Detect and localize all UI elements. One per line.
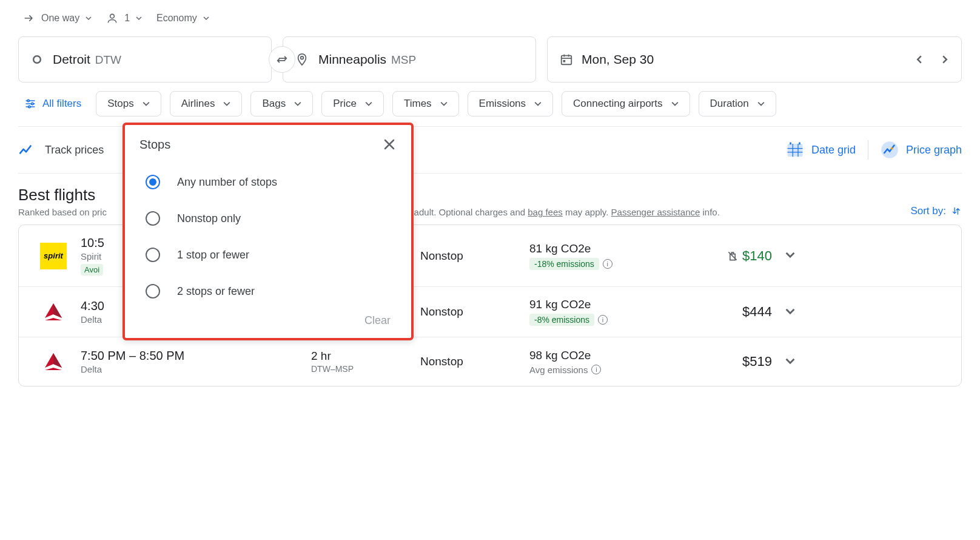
date-grid-label: Date grid xyxy=(811,144,856,157)
flight-duration: 2 hr xyxy=(311,349,420,363)
destination-input[interactable]: Minneapolis MSP xyxy=(283,36,536,83)
chevron-down-icon[interactable] xyxy=(785,356,795,366)
chevron-down-icon xyxy=(86,15,92,21)
flight-stops: Nonstop xyxy=(420,355,529,368)
price: $519 xyxy=(742,354,772,369)
svg-point-7 xyxy=(29,106,30,107)
emissions-badge: -8% emissions xyxy=(529,314,594,326)
flight-stops: Nonstop xyxy=(420,249,529,263)
graph-icon xyxy=(881,141,899,159)
trip-type-selector[interactable]: One way xyxy=(23,12,92,24)
pin-icon xyxy=(295,53,309,66)
svg-point-1 xyxy=(33,56,41,63)
filter-chip-airlines[interactable]: Airlines xyxy=(170,91,243,116)
stops-option-2[interactable]: 1 stop or fewer xyxy=(139,237,397,273)
chevron-down-icon xyxy=(294,100,301,107)
stops-popup-title: Stops xyxy=(139,138,170,152)
svg-point-9 xyxy=(881,141,898,158)
avoids-tag: Avoi xyxy=(81,264,103,275)
flight-route: DTW–MSP xyxy=(311,364,420,374)
sort-by-button[interactable]: Sort by: xyxy=(910,205,962,217)
airline-name: Delta xyxy=(81,364,311,374)
stops-filter-popup: Stops Any number of stopsNonstop only1 s… xyxy=(122,123,414,340)
svg-point-10 xyxy=(891,147,893,150)
flight-stops: Nonstop xyxy=(420,305,529,319)
filter-chip-price[interactable]: Price xyxy=(321,91,384,116)
radio-icon xyxy=(146,284,160,299)
chevron-down-icon xyxy=(757,100,765,107)
trip-type-label: One way xyxy=(41,13,79,24)
delta-logo xyxy=(40,348,67,375)
emissions-badge: -18% emissions xyxy=(529,258,599,270)
calendar-icon xyxy=(560,53,573,66)
flight-row[interactable]: 7:50 PM – 8:50 PM Delta 2 hr DTW–MSP Non… xyxy=(19,337,961,386)
svg-rect-8 xyxy=(787,144,802,157)
swap-icon xyxy=(275,53,289,66)
chevron-down-icon xyxy=(223,100,230,107)
price-graph-button[interactable]: Price graph xyxy=(881,141,962,159)
filter-chip-stops[interactable]: Stops xyxy=(96,91,161,116)
filter-chip-emissions[interactable]: Emissions xyxy=(468,91,553,116)
date-input[interactable]: Mon, Sep 30 xyxy=(547,36,962,83)
chevron-down-icon xyxy=(136,15,142,21)
swap-button[interactable] xyxy=(269,46,295,73)
svg-rect-4 xyxy=(563,60,566,62)
destination-code: MSP xyxy=(391,53,416,66)
date-grid-button[interactable]: Date grid xyxy=(786,141,856,159)
divider xyxy=(868,140,868,160)
delta-logo xyxy=(40,299,67,325)
filter-chip-times[interactable]: Times xyxy=(392,91,459,116)
price-graph-label: Price graph xyxy=(906,144,962,157)
passenger-selector[interactable]: 1 xyxy=(106,12,142,24)
clear-button[interactable]: Clear xyxy=(358,311,397,330)
sort-icon xyxy=(951,206,962,217)
origin-code: DTW xyxy=(95,53,121,66)
stops-option-1[interactable]: Nonstop only xyxy=(139,200,397,237)
stops-option-0[interactable]: Any number of stops xyxy=(139,164,397,200)
prev-date-button[interactable] xyxy=(915,55,924,64)
radio-icon xyxy=(146,175,160,189)
filter-chip-connecting-airports[interactable]: Connecting airports xyxy=(562,91,690,116)
track-prices-toggle[interactable]: Track prices xyxy=(18,142,104,158)
all-filters-label: All filters xyxy=(42,98,81,110)
chevron-down-icon[interactable] xyxy=(785,250,795,260)
emissions-avg: Avg emissions xyxy=(529,365,588,375)
svg-point-5 xyxy=(27,100,29,101)
stops-option-3[interactable]: 2 stops or fewer xyxy=(139,273,397,309)
chevron-down-icon xyxy=(365,100,372,107)
chevron-down-icon xyxy=(671,100,679,107)
chevron-down-icon[interactable] xyxy=(785,306,795,316)
next-date-button[interactable] xyxy=(941,55,949,64)
price: $140 xyxy=(727,248,772,264)
circle-icon xyxy=(31,53,43,66)
close-icon[interactable] xyxy=(382,137,397,152)
spirit-logo: spirit xyxy=(40,243,67,269)
chevron-down-icon xyxy=(203,15,209,21)
origin-city: Detroit xyxy=(53,52,90,66)
cabin-label: Economy xyxy=(156,13,197,24)
co2-amount: 81 kg CO2e xyxy=(529,242,669,255)
passenger-assistance-link[interactable]: Passenger assistance xyxy=(611,207,700,217)
origin-input[interactable]: Detroit DTW xyxy=(18,36,272,83)
filter-chip-duration[interactable]: Duration xyxy=(699,91,776,116)
filter-chip-bags[interactable]: Bags xyxy=(250,91,313,116)
grid-icon xyxy=(786,141,804,159)
co2-amount: 98 kg CO2e xyxy=(529,349,669,362)
date-label: Mon, Sep 30 xyxy=(582,52,654,67)
track-prices-label: Track prices xyxy=(45,144,104,157)
info-icon[interactable]: i xyxy=(603,259,612,269)
no-bag-icon xyxy=(727,250,739,262)
chevron-down-icon xyxy=(534,100,542,107)
flight-times: 7:50 PM – 8:50 PM xyxy=(81,349,311,363)
filters-icon xyxy=(24,98,36,110)
bag-fees-link[interactable]: bag fees xyxy=(528,207,563,217)
destination-city: Minneapolis xyxy=(318,52,386,66)
radio-icon xyxy=(146,211,160,226)
all-filters-button[interactable]: All filters xyxy=(18,93,87,115)
info-icon[interactable]: i xyxy=(598,315,608,325)
cabin-selector[interactable]: Economy xyxy=(156,13,209,24)
info-icon[interactable]: i xyxy=(591,365,601,374)
price: $444 xyxy=(742,304,772,319)
radio-icon xyxy=(146,248,160,262)
passenger-count: 1 xyxy=(124,13,130,24)
